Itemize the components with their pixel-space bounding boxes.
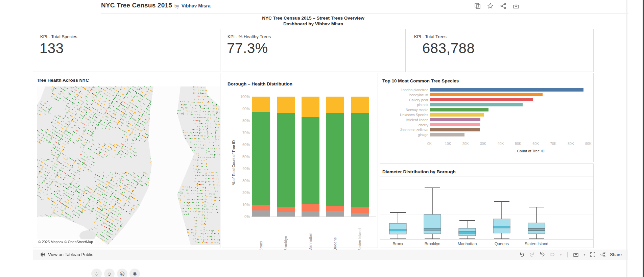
species-label: honeylocust (380, 93, 428, 97)
bar-segment[interactable] (252, 210, 270, 217)
x-tick-label: 40K (498, 142, 508, 146)
median-band[interactable] (493, 226, 510, 228)
bar-segment[interactable] (277, 97, 295, 113)
y-tick-label: 30% (236, 179, 250, 183)
dashboard-subtitle: Dashboard by Vibhav Misra (33, 21, 594, 27)
bar-segment[interactable] (302, 211, 319, 217)
borough-x-label: Queens (333, 221, 337, 251)
mindblown-reaction-icon[interactable]: ✺ (129, 269, 140, 277)
bar-segment[interactable] (252, 97, 270, 112)
median-band[interactable] (389, 229, 406, 231)
species-bar[interactable] (430, 133, 464, 136)
species-bar[interactable] (430, 128, 480, 131)
species-bar[interactable] (430, 108, 488, 111)
species-label: ginkgo (380, 133, 428, 137)
x-tick-label: 80K (568, 142, 578, 146)
toolbar-actions: ▼ ▼ Share (519, 250, 622, 259)
share-icon[interactable] (500, 2, 507, 9)
bar-segment[interactable] (326, 206, 344, 211)
header-divider (101, 14, 628, 14)
kpi-label: KPI - Total Trees (414, 34, 447, 39)
y-tick-label: 80% (236, 119, 250, 123)
map-attribution: © 2025 Mapbox © OpenStreetMap (37, 239, 95, 245)
species-bar[interactable] (430, 103, 523, 106)
species-label: littleleaf linden (380, 118, 428, 122)
header: NYC Tree Census 2015 by Vibhav Misra (101, 2, 211, 9)
replay-icon[interactable] (539, 251, 545, 258)
refresh-disabled-icon[interactable] (549, 251, 555, 258)
species-label: London planetree (380, 88, 428, 92)
by-label: by (174, 3, 179, 8)
y-tick-label: 20% (236, 191, 250, 195)
species-bar[interactable] (430, 88, 583, 92)
bar-segment[interactable] (277, 207, 295, 212)
y-tick-label: 40% (236, 167, 250, 171)
bar-segment[interactable] (252, 112, 270, 205)
author-link[interactable]: Vibhav Misra (182, 3, 211, 8)
x-tick-label: 0K (427, 142, 437, 146)
bar-segment[interactable] (277, 212, 295, 217)
borough-x-label: Queens (495, 242, 509, 246)
heart-reaction-icon[interactable]: ♡ (91, 269, 102, 277)
bar-segment[interactable] (252, 205, 270, 210)
kpi-card-healthy-trees: KPI - % Healthy Trees 77.3% (222, 29, 406, 72)
y-tick-label: 10% (236, 203, 250, 207)
bar-segment[interactable] (277, 113, 295, 207)
species-bar[interactable] (430, 118, 480, 122)
view-on-tableau-public-button[interactable]: View on Tableau Public (40, 250, 93, 259)
tree-health-map[interactable]: © 2025 Mapbox © OpenStreetMap (37, 86, 220, 245)
kpi-value: 683,788 (422, 40, 475, 56)
x-tick-label: 90K (585, 142, 595, 146)
species-bar[interactable] (430, 93, 543, 97)
y-tick-label: 60% (236, 143, 250, 147)
x-tick-label: 70K (550, 142, 560, 146)
health-distribution-panel: Borough – Health Distribution % of Total… (222, 73, 378, 248)
bar-segment[interactable] (302, 117, 319, 204)
refresh-caret-icon[interactable]: ▼ (559, 253, 562, 256)
tableau-public-page: NYC Tree Census 2015 by Vibhav Misra NYC… (0, 0, 644, 277)
map-canvas[interactable] (37, 86, 220, 245)
download-icon[interactable] (512, 2, 520, 9)
copy-icon[interactable] (474, 2, 481, 9)
species-bar[interactable] (430, 113, 484, 117)
undo-icon[interactable] (519, 251, 525, 258)
share-label[interactable]: Share (610, 252, 622, 257)
species-bar[interactable] (430, 123, 480, 127)
x-tick-label: 10K (445, 142, 455, 146)
borough-x-label: Manhattan (308, 221, 312, 251)
share-icon[interactable] (600, 251, 606, 258)
median-band[interactable] (528, 228, 545, 230)
bar-segment[interactable] (351, 97, 369, 113)
kpi-label: KPI - % Healthy Trees (228, 34, 271, 39)
species-label: pin oak (380, 103, 428, 107)
x-axis-line (251, 217, 376, 217)
download-caret-icon[interactable]: ▼ (583, 253, 586, 256)
bar-segment[interactable] (302, 204, 319, 211)
bar-segment[interactable] (326, 211, 344, 217)
kpi-value: 77.3% (227, 40, 268, 56)
window-edge (643, 0, 644, 277)
sad-reaction-icon[interactable]: ☹ (117, 269, 127, 277)
fullscreen-icon[interactable] (590, 251, 596, 258)
download-icon[interactable] (573, 251, 579, 258)
bar-segment[interactable] (351, 213, 369, 217)
median-band[interactable] (459, 231, 476, 233)
redo-icon[interactable] (529, 251, 535, 258)
kpi-value: 133 (40, 40, 64, 56)
species-bar[interactable] (430, 98, 533, 102)
bar-segment[interactable] (302, 97, 319, 117)
kpi-card-total-trees: KPI - Total Trees 683,788 (407, 29, 594, 72)
borough-x-label: Bronx (259, 221, 263, 251)
bar-segment[interactable] (351, 113, 369, 207)
bar-segment[interactable] (326, 97, 344, 113)
bar-segment[interactable] (326, 113, 344, 205)
favorite-star-icon[interactable] (487, 2, 494, 9)
median-band[interactable] (424, 228, 441, 230)
y-tick-label: 0% (236, 215, 250, 219)
box[interactable] (389, 223, 406, 234)
bar-segment[interactable] (351, 207, 369, 213)
box[interactable] (424, 215, 441, 234)
scrollbar-track[interactable] (626, 0, 627, 277)
workbook-title: NYC Tree Census 2015 (101, 2, 172, 9)
smile-reaction-icon[interactable]: ☺ (104, 269, 115, 277)
